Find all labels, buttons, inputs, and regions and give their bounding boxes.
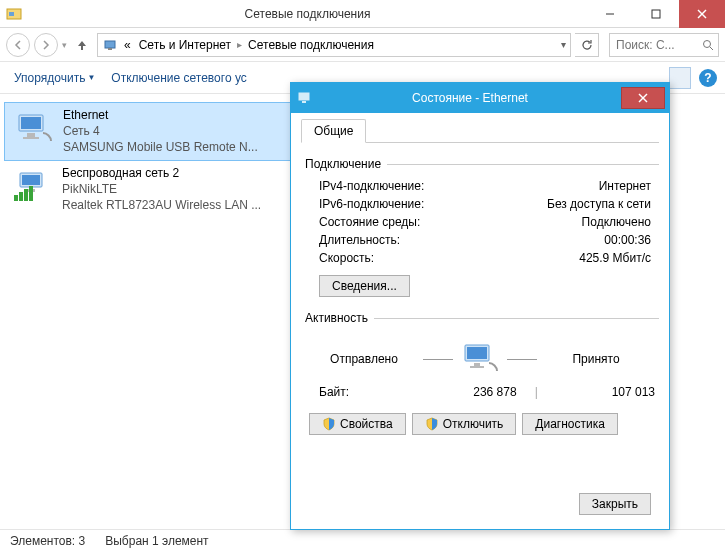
connection-name: Беспроводная сеть 2: [62, 165, 261, 181]
address-bar[interactable]: « Сеть и Интернет ▸ Сетевые подключения …: [97, 33, 571, 57]
bytes-row: Байт: 236 878 | 107 013: [301, 383, 659, 399]
network-icon: [102, 37, 118, 53]
selection-info: Выбран 1 элемент: [105, 534, 208, 548]
search-input[interactable]: [614, 37, 700, 53]
maximize-button[interactable]: [633, 0, 679, 28]
connection-device: Realtek RTL8723AU Wireless LAN ...: [62, 197, 261, 213]
view-options-button[interactable]: [669, 67, 691, 89]
status-bar: Элементов: 3 Выбран 1 элемент: [0, 529, 725, 551]
ethernet-icon: [13, 107, 55, 149]
svg-line-9: [710, 47, 713, 50]
connection-network: Сеть 4: [63, 123, 258, 139]
network-folder-icon: [6, 6, 22, 22]
dialog-icon: [297, 90, 313, 106]
speed-row: Скорость:425.9 Мбит/с: [319, 249, 651, 267]
svg-rect-21: [299, 93, 309, 100]
svg-rect-26: [467, 347, 487, 359]
svg-rect-11: [21, 117, 41, 129]
window-title: Сетевые подключения: [28, 7, 587, 21]
search-box[interactable]: [609, 33, 719, 57]
svg-rect-15: [22, 175, 40, 185]
svg-rect-20: [29, 186, 33, 201]
svg-rect-6: [105, 41, 115, 48]
sent-label: Отправлено: [309, 352, 419, 366]
connection-item-wifi[interactable]: Беспроводная сеть 2 PikNikLTE Realtek RT…: [4, 161, 294, 218]
properties-button[interactable]: Свойства: [309, 413, 406, 435]
nav-row: ▾ « Сеть и Интернет ▸ Сетевые подключени…: [0, 28, 725, 62]
svg-rect-18: [19, 192, 23, 201]
dialog-title: Состояние - Ethernet: [319, 91, 621, 105]
up-button[interactable]: [71, 34, 93, 56]
item-count: Элементов: 3: [10, 534, 85, 548]
minimize-button[interactable]: [587, 0, 633, 28]
bytes-recv: 107 013: [556, 385, 655, 399]
shield-icon: [322, 417, 336, 431]
recv-label: Принято: [541, 352, 651, 366]
back-button[interactable]: [6, 33, 30, 57]
chevron-right-icon: ▸: [237, 39, 242, 50]
media-row: Состояние среды:Подключено: [319, 213, 651, 231]
details-button[interactable]: Сведения...: [319, 275, 410, 297]
explorer-titlebar: Сетевые подключения: [0, 0, 725, 28]
connection-section-header: Подключение: [305, 157, 659, 171]
duration-row: Длительность:00:00:36: [319, 231, 651, 249]
disable-button[interactable]: Отключить: [412, 413, 517, 435]
connection-item-ethernet[interactable]: Ethernet Сеть 4 SAMSUNG Mobile USB Remot…: [4, 102, 294, 161]
disable-device-button[interactable]: Отключение сетевого ус: [105, 67, 252, 89]
svg-rect-3: [652, 10, 660, 18]
forward-button[interactable]: [34, 33, 58, 57]
wifi-icon: [12, 165, 54, 207]
search-icon: [702, 39, 714, 51]
svg-rect-7: [108, 48, 112, 50]
breadcrumb-prefix: «: [122, 38, 133, 52]
close-button[interactable]: [679, 0, 725, 28]
bytes-sent: 236 878: [418, 385, 517, 399]
activity-graphic: Отправлено Принято: [301, 339, 659, 379]
shield-icon: [425, 417, 439, 431]
ipv4-row: IPv4-подключение:Интернет: [319, 177, 651, 195]
dialog-close-button[interactable]: [621, 87, 665, 109]
connection-name: Ethernet: [63, 107, 258, 123]
svg-rect-22: [302, 101, 306, 103]
breadcrumb-connections[interactable]: Сетевые подключения: [246, 38, 376, 52]
address-dropdown-icon[interactable]: ▾: [561, 39, 566, 50]
svg-rect-19: [24, 189, 28, 201]
refresh-button[interactable]: [575, 33, 599, 57]
close-dialog-button[interactable]: Закрыть: [579, 493, 651, 515]
organize-button[interactable]: Упорядочить▼: [8, 67, 101, 89]
tab-bar: Общие: [301, 119, 659, 143]
history-dropdown-icon[interactable]: ▾: [62, 40, 67, 50]
breadcrumb-network[interactable]: Сеть и Интернет: [137, 38, 233, 52]
svg-rect-13: [23, 137, 39, 139]
status-dialog: Состояние - Ethernet Общие Подключение I…: [290, 82, 670, 530]
svg-rect-1: [9, 12, 14, 16]
tab-general[interactable]: Общие: [301, 119, 366, 143]
svg-rect-27: [474, 363, 480, 366]
connection-network: PikNikLTE: [62, 181, 261, 197]
svg-rect-12: [27, 133, 35, 137]
connection-device: SAMSUNG Mobile USB Remote N...: [63, 139, 258, 155]
ipv6-row: IPv6-подключение:Без доступа к сети: [319, 195, 651, 213]
help-button[interactable]: ?: [699, 69, 717, 87]
svg-point-8: [704, 40, 711, 47]
svg-rect-28: [470, 366, 484, 368]
activity-icon: [457, 339, 503, 379]
activity-section-header: Активность: [305, 311, 659, 325]
svg-rect-17: [14, 195, 18, 201]
diagnose-button[interactable]: Диагностика: [522, 413, 618, 435]
dialog-titlebar: Состояние - Ethernet: [291, 83, 669, 113]
